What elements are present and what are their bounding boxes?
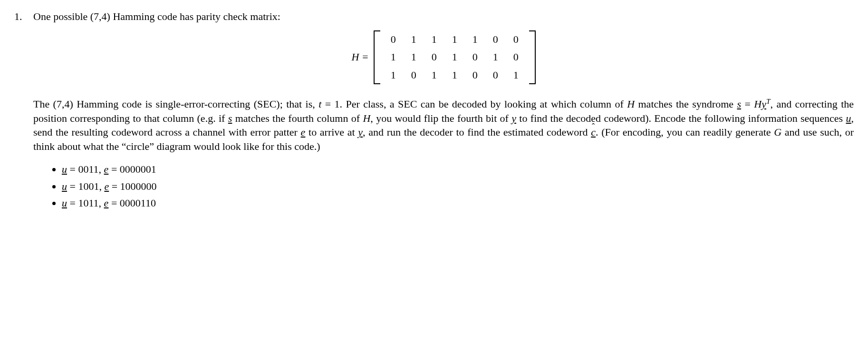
text: , xyxy=(99,197,104,209)
text: matches the fourth column of xyxy=(232,112,363,124)
matrix-cell: 0 xyxy=(404,66,424,84)
left-bracket-icon xyxy=(374,30,380,84)
text: , xyxy=(99,180,104,192)
matrix-row: 1 1 0 1 0 1 0 xyxy=(383,48,526,66)
matrix-cell: 0 xyxy=(383,30,404,49)
text: , and run the decoder to find the estima… xyxy=(363,126,591,138)
H-symbol: H xyxy=(351,51,359,63)
matrix-cell: 1 xyxy=(444,48,465,66)
text: The (7,4) Hamming code is single-error-c… xyxy=(33,98,318,110)
equals: = xyxy=(359,51,368,63)
text: = xyxy=(67,197,78,209)
right-bracket-icon xyxy=(529,30,536,84)
matrix-cell: 0 xyxy=(465,66,485,84)
case-list: u = 0011, e = 0000001 u = 1001, e = 1000… xyxy=(33,162,854,210)
e-value: 0000110 xyxy=(120,197,156,209)
matrix-cell: 1 xyxy=(506,66,526,84)
H-symbol: H xyxy=(363,112,370,124)
problem-body: One possible (7,4) Hamming code has pari… xyxy=(33,10,854,213)
e-symbol: e xyxy=(301,126,306,138)
matrix-cell: 0 xyxy=(506,48,526,66)
e-value: 1000000 xyxy=(120,180,157,192)
text: matches the syndrome xyxy=(635,98,737,110)
e-value: 0000001 xyxy=(120,163,156,175)
matrix-cell: 0 xyxy=(465,48,485,66)
c-hat-symbol: ˆc xyxy=(591,125,596,139)
u-value: 1011 xyxy=(78,197,98,209)
matrix-cell: 1 xyxy=(383,66,404,84)
e-symbol: e xyxy=(104,163,109,175)
y-symbol: y xyxy=(762,98,766,110)
matrix-H: 0 1 1 1 1 0 0 1 1 0 1 0 1 xyxy=(374,30,536,84)
y-symbol: y xyxy=(511,112,516,124)
y-symbol: y xyxy=(358,126,363,138)
s-symbol: s xyxy=(737,98,741,110)
matrix-label: H = xyxy=(351,50,368,64)
matrix-cell: 1 xyxy=(383,48,404,66)
u-symbol: u xyxy=(62,197,67,209)
text: = 1. Per class, a SEC can be decoded by … xyxy=(321,98,627,110)
matrix-cell: 0 xyxy=(424,48,444,66)
text: = xyxy=(108,163,119,175)
G-symbol: G xyxy=(774,126,781,138)
matrix-equation: H = 0 1 1 1 1 0 0 1 1 xyxy=(33,30,854,84)
matrix-cell: 1 xyxy=(485,48,506,66)
text: , xyxy=(99,163,104,175)
text: = xyxy=(67,180,78,192)
matrix-cell: 0 xyxy=(506,30,526,49)
u-symbol: u xyxy=(62,180,67,192)
hat-icon: ˆ xyxy=(592,120,595,132)
matrix-cell: 1 xyxy=(444,30,465,49)
text: = xyxy=(108,197,119,209)
list-item: u = 1001, e = 1000000 xyxy=(62,179,854,194)
text: , you would flip the fourth bit of xyxy=(370,112,511,124)
text: = xyxy=(741,98,754,110)
text: to find the decoded codeword). Encode th… xyxy=(516,112,846,124)
H-symbol: H xyxy=(627,98,635,110)
matrix-cell: 1 xyxy=(424,30,444,49)
u-symbol: u xyxy=(62,163,67,175)
text: = xyxy=(67,163,78,175)
u-value: 1001 xyxy=(78,180,99,192)
matrix-row: 1 0 1 1 0 0 1 xyxy=(383,66,526,84)
matrix-cell: 1 xyxy=(424,66,444,84)
intro-text: One possible (7,4) Hamming code has pari… xyxy=(33,10,854,24)
matrix-cell: 1 xyxy=(465,30,485,49)
text: = xyxy=(109,180,120,192)
matrix-cell: 1 xyxy=(404,48,424,66)
matrix-cell: 1 xyxy=(444,66,465,84)
H-symbol: H xyxy=(754,98,762,110)
text: to arrive at xyxy=(305,126,358,138)
matrix-cell: 0 xyxy=(485,30,506,49)
matrix-cell: 0 xyxy=(485,66,506,84)
list-item: u = 0011, e = 0000001 xyxy=(62,162,854,177)
matrix-cell: 1 xyxy=(404,30,424,49)
explanation-paragraph: The (7,4) Hamming code is single-error-c… xyxy=(33,97,854,154)
matrix-row: 0 1 1 1 1 0 0 xyxy=(383,30,526,49)
u-value: 0011 xyxy=(78,163,98,175)
matrix-grid: 0 1 1 1 1 0 0 1 1 0 1 0 1 xyxy=(383,30,526,84)
text: . (For encoding, you can readily generat… xyxy=(596,126,774,138)
problem-1: 1. One possible (7,4) Hamming code has p… xyxy=(14,10,854,213)
u-symbol: u xyxy=(846,112,851,124)
problem-number: 1. xyxy=(14,10,29,24)
list-item: u = 1011, e = 0000110 xyxy=(62,196,854,210)
e-symbol: e xyxy=(104,180,109,192)
e-symbol: e xyxy=(104,197,109,209)
